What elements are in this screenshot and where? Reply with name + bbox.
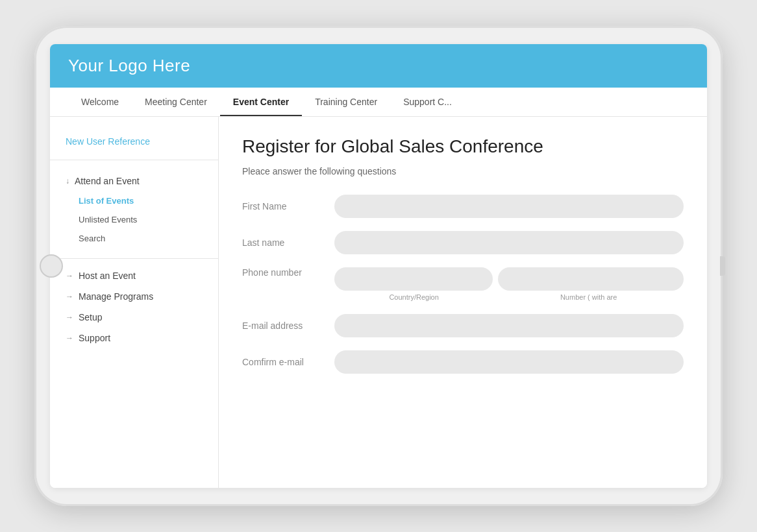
sidebar-item-setup-label: Setup	[79, 312, 103, 322]
phone-country-input[interactable]	[334, 267, 493, 291]
tablet-screen: Your Logo Here Welcome Meeting Center Ev…	[50, 44, 707, 488]
phone-country-label: Country/Region	[337, 293, 491, 301]
home-button[interactable]	[40, 254, 63, 278]
phone-sub-labels: Country/Region Number ( with are	[334, 293, 684, 301]
manage-arrow-icon: →	[66, 292, 73, 301]
page-subtitle: Pleace answer the following questions	[242, 166, 684, 176]
first-name-row: First Name	[242, 195, 684, 218]
last-name-row: Last name	[242, 231, 684, 254]
phone-number-input[interactable]	[498, 267, 684, 291]
sidebar-item-setup[interactable]: → Setup	[50, 307, 218, 328]
email-row: E-mail address	[242, 314, 684, 337]
page-title: Register for Global Sales Conference	[242, 136, 684, 157]
sidebar-item-manage-label: Manage Programs	[79, 291, 153, 302]
nav-item-meeting-center[interactable]: Meeting Center	[132, 88, 220, 116]
power-button	[720, 256, 725, 276]
support-arrow-icon: →	[66, 333, 73, 343]
first-name-input[interactable]	[334, 195, 684, 218]
nav-bar: Welcome Meeting Center Event Center Trai…	[50, 88, 707, 117]
nav-item-training-center[interactable]: Training Center	[302, 88, 390, 116]
nav-item-support[interactable]: Support C...	[390, 88, 465, 116]
tablet-frame: Your Logo Here Welcome Meeting Center Ev…	[34, 26, 723, 506]
confirm-email-input[interactable]	[334, 350, 684, 374]
phone-number-label: Number ( with are	[496, 293, 681, 301]
sidebar-item-support-label: Support	[79, 333, 110, 343]
sidebar-item-support[interactable]: → Support	[50, 328, 218, 348]
sidebar-item-host[interactable]: → Host an Event	[50, 265, 218, 286]
phone-label: Phone number	[242, 267, 327, 278]
main-area: New User Reference ↓ Attend an Event Lis…	[50, 117, 707, 488]
first-name-label: First Name	[242, 201, 327, 212]
host-arrow-icon: →	[66, 271, 73, 280]
logo: Your Logo Here	[68, 56, 689, 76]
setup-arrow-icon: →	[66, 313, 73, 322]
sidebar-item-host-label: Host an Event	[79, 271, 136, 281]
attend-arrow-icon: ↓	[66, 176, 69, 186]
sidebar: New User Reference ↓ Attend an Event Lis…	[50, 117, 219, 488]
phone-inputs: Country/Region Number ( with are	[334, 267, 684, 301]
sidebar-sub-search[interactable]: Search	[50, 229, 218, 248]
sidebar-sub-list-of-events[interactable]: List of Events	[50, 191, 218, 210]
sidebar-item-attend[interactable]: ↓ Attend an Event	[50, 171, 218, 191]
confirm-email-label: Comfirm e-mail	[242, 357, 327, 367]
email-input[interactable]	[334, 314, 684, 337]
sidebar-item-attend-label: Attend an Event	[75, 176, 140, 186]
sidebar-divider	[50, 160, 218, 160]
phone-row: Phone number Country/Region Number ( wit…	[242, 267, 684, 301]
sidebar-section-header[interactable]: New User Reference	[50, 130, 218, 153]
sidebar-item-manage[interactable]: → Manage Programs	[50, 286, 218, 307]
sidebar-sub-unlisted-events[interactable]: Unlisted Events	[50, 210, 218, 229]
confirm-email-row: Comfirm e-mail	[242, 350, 684, 374]
email-label: E-mail address	[242, 320, 327, 331]
nav-item-welcome[interactable]: Welcome	[68, 88, 132, 116]
phone-fields	[334, 267, 684, 291]
sidebar-divider-2	[50, 258, 218, 259]
last-name-label: Last name	[242, 237, 327, 248]
nav-item-event-center[interactable]: Event Center	[220, 88, 302, 116]
last-name-input[interactable]	[334, 231, 684, 254]
content-area: Register for Global Sales Conference Ple…	[219, 117, 707, 488]
app-header: Your Logo Here	[50, 44, 707, 88]
sidebar-group-attend: ↓ Attend an Event List of Events Unliste…	[50, 167, 218, 252]
